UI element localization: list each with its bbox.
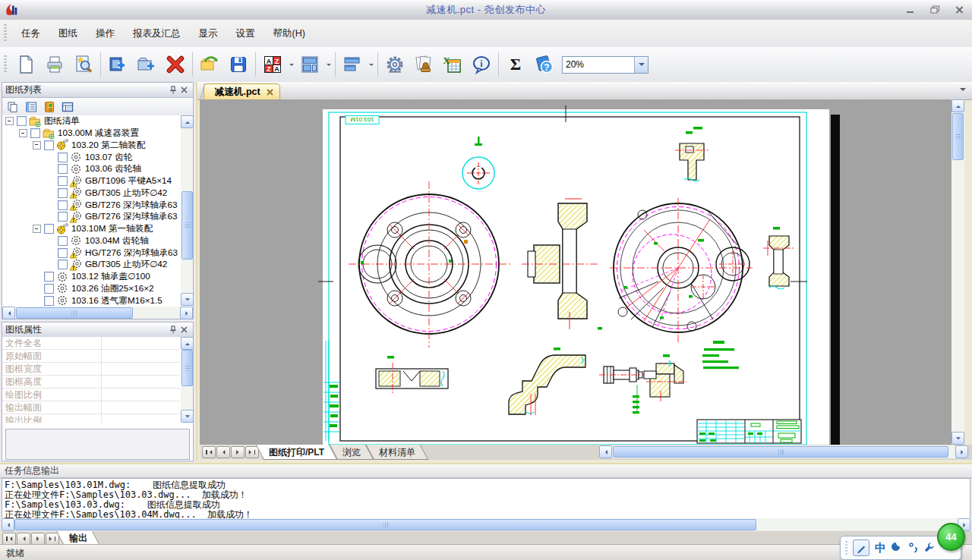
tree-checkbox[interactable] bbox=[58, 260, 68, 269]
property-row[interactable]: 图框宽度 bbox=[2, 363, 180, 376]
tree-row[interactable]: 103.10M 第一轴装配 bbox=[2, 223, 180, 235]
tree-row[interactable]: 103.20 第二轴装配 bbox=[2, 140, 180, 152]
scroll-thumb[interactable] bbox=[14, 519, 756, 530]
scroll-down-arrow[interactable] bbox=[181, 410, 194, 423]
scroll-left-arrow[interactable] bbox=[2, 518, 14, 531]
sort-dropdown[interactable] bbox=[287, 49, 295, 80]
nav-next-button[interactable] bbox=[231, 446, 245, 458]
tree-row[interactable]: 103.06 齿轮轴 bbox=[2, 163, 180, 175]
scroll-right-arrow[interactable] bbox=[955, 445, 968, 458]
print-button[interactable] bbox=[40, 49, 69, 80]
summary-button[interactable]: Σ bbox=[501, 49, 530, 80]
nav-next-button[interactable] bbox=[31, 533, 45, 545]
nav-prev-button[interactable] bbox=[216, 446, 230, 458]
panel-close-icon[interactable] bbox=[178, 325, 190, 335]
sort-button[interactable]: A Z Z A bbox=[258, 49, 287, 80]
tree-row[interactable]: 103.16 透气塞M16×1.5 bbox=[2, 294, 180, 306]
settings-button[interactable] bbox=[380, 49, 409, 80]
tab-list-dropdown-icon[interactable] bbox=[960, 88, 966, 94]
pin-icon[interactable] bbox=[167, 325, 178, 335]
property-row[interactable]: 文件全名 bbox=[2, 337, 180, 350]
nav-prev-button[interactable] bbox=[17, 533, 30, 545]
sheet-tab[interactable]: 材料清单 bbox=[368, 445, 426, 460]
tree-checkbox[interactable] bbox=[58, 176, 68, 186]
tree-vertical-scrollbar[interactable] bbox=[181, 115, 193, 306]
menu-item[interactable]: 操作 bbox=[87, 24, 123, 43]
menu-item[interactable]: 设置 bbox=[228, 24, 264, 43]
minimize-button[interactable] bbox=[902, 3, 919, 16]
close-button[interactable] bbox=[951, 3, 967, 16]
property-row[interactable]: 原始幅面 bbox=[2, 350, 180, 363]
tree-checkbox[interactable] bbox=[58, 212, 68, 222]
tree-row[interactable]: GB/T305 止动环∅42 bbox=[2, 187, 180, 200]
tree-row[interactable]: GB/T305 止动环∅42 bbox=[2, 259, 180, 271]
scroll-thumb[interactable] bbox=[16, 307, 133, 319]
tree-expander-icon[interactable] bbox=[33, 225, 41, 233]
properties-vertical-scrollbar[interactable] bbox=[181, 337, 193, 423]
tree-row[interactable]: 103.00M 减速器装置 bbox=[2, 127, 180, 140]
tree-checkbox[interactable] bbox=[58, 164, 68, 174]
scroll-thumb[interactable] bbox=[181, 350, 193, 386]
tree-checkbox[interactable] bbox=[58, 248, 68, 258]
tree-checkbox[interactable] bbox=[44, 140, 54, 150]
ime-chinese-toggle[interactable]: 中 bbox=[875, 541, 886, 555]
save-button[interactable] bbox=[224, 49, 253, 80]
zoom-dropdown-button[interactable] bbox=[634, 57, 648, 73]
panel-close-icon[interactable] bbox=[178, 85, 190, 96]
tree-row[interactable]: GB/T1096 平键A5×14 bbox=[2, 175, 180, 187]
property-row[interactable]: 绘图比例 bbox=[2, 389, 180, 401]
property-row[interactable]: 图框高度 bbox=[2, 376, 180, 389]
menu-item[interactable]: 帮助(H) bbox=[265, 24, 314, 43]
catalog-button[interactable] bbox=[42, 99, 57, 114]
add-folder-button[interactable] bbox=[132, 49, 161, 80]
tree-row[interactable]: GB/T276 深沟球轴承63 bbox=[2, 211, 180, 223]
tree-horizontal-scrollbar[interactable] bbox=[2, 307, 193, 319]
menu-item[interactable]: 显示 bbox=[191, 24, 226, 43]
scroll-left-arrow[interactable] bbox=[599, 445, 612, 458]
ime-fullwidth-icon[interactable] bbox=[892, 541, 903, 555]
scroll-thumb[interactable] bbox=[952, 113, 964, 160]
tree-expander-icon[interactable] bbox=[33, 141, 41, 149]
scroll-thumb[interactable] bbox=[181, 191, 193, 260]
ime-punctuation-icon[interactable] bbox=[908, 542, 919, 555]
copy-list-button[interactable] bbox=[5, 99, 21, 114]
canvas-horizontal-scrollbar[interactable] bbox=[599, 445, 968, 458]
tree-row[interactable]: HG/T276 深沟球轴承63 bbox=[2, 247, 180, 259]
scroll-up-arrow[interactable] bbox=[951, 99, 964, 112]
nav-first-button[interactable] bbox=[2, 533, 16, 545]
menu-item[interactable]: 图纸 bbox=[50, 24, 86, 43]
restore-button[interactable] bbox=[926, 3, 943, 16]
zoom-combobox[interactable] bbox=[562, 56, 649, 74]
tree-row[interactable]: 图纸清单 bbox=[2, 115, 180, 127]
notification-badge[interactable]: 44 bbox=[937, 523, 965, 551]
sheet-tab[interactable]: 浏览 bbox=[332, 445, 371, 460]
property-row[interactable]: 输出比例 bbox=[2, 414, 180, 423]
ime-pen-icon[interactable] bbox=[853, 540, 869, 556]
detail-view-button[interactable] bbox=[60, 99, 75, 114]
scroll-left-arrow[interactable] bbox=[2, 307, 15, 319]
language-bar-grip[interactable] bbox=[845, 541, 847, 555]
tree-row[interactable]: 103.04M 齿轮轴 bbox=[2, 235, 180, 247]
tree-checkbox[interactable] bbox=[58, 153, 68, 162]
print-preview-button[interactable] bbox=[69, 49, 98, 80]
scroll-up-arrow[interactable] bbox=[181, 115, 194, 128]
nav-first-button[interactable] bbox=[202, 446, 216, 458]
tree-checkbox[interactable] bbox=[44, 272, 54, 282]
bom-table-button[interactable]: X bbox=[438, 49, 467, 80]
pin-icon[interactable] bbox=[167, 85, 178, 96]
stamp-button[interactable] bbox=[409, 49, 438, 80]
tree-row[interactable]: 103.07 齿轮 bbox=[2, 151, 180, 163]
tree-checkbox[interactable] bbox=[44, 296, 54, 306]
tree-row[interactable]: GB/T276 深沟球轴承63 bbox=[2, 199, 180, 211]
new-task-button[interactable] bbox=[11, 49, 40, 80]
drawing-canvas[interactable]: 103.01M bbox=[200, 99, 951, 445]
tree-checkbox[interactable] bbox=[58, 236, 68, 246]
scroll-up-arrow[interactable] bbox=[181, 337, 194, 350]
task-log[interactable]: F:\Samples\103.01M.dwg: 图纸信息提取成功正在处理文件F:… bbox=[2, 478, 970, 519]
log-horizontal-scrollbar[interactable] bbox=[2, 518, 970, 530]
zoom-tool-button[interactable]: ? bbox=[530, 49, 559, 80]
menu-item[interactable]: 任务 bbox=[13, 24, 49, 43]
zoom-input[interactable] bbox=[563, 57, 634, 73]
ime-settings-wrench-icon[interactable] bbox=[924, 542, 935, 555]
sheet-tab[interactable]: 图纸打印/PLT bbox=[258, 445, 335, 460]
